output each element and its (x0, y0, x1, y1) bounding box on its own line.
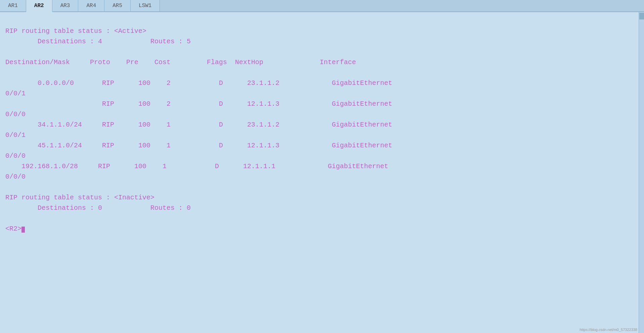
tab-lsw1[interactable]: LSW1 (131, 0, 160, 11)
prompt: <R2> (5, 225, 21, 233)
tab-ar3[interactable]: AR3 (52, 0, 79, 11)
scrollbar-thumb[interactable] (639, 13, 644, 19)
rip-inactive-status: RIP routing table status : <Inactive> (5, 194, 154, 201)
tab-ar4[interactable]: AR4 (78, 0, 104, 11)
route-34-line1: 34.1.1.0/24 RIP 100 1 D 23.1.1.2 Gigabit… (5, 121, 392, 129)
tab-ar5[interactable]: AR5 (104, 0, 131, 11)
destinations-routes-inactive: Destinations : 0 Routes : 0 (5, 204, 191, 212)
route-0-0-0-0-alt-line1: RIP 100 2 D 12.1.1.3 GigabitEthernet (5, 100, 392, 108)
route-34-line2: 0/0/1 (5, 131, 26, 139)
terminal-area: RIP routing table status : <Active> Dest… (0, 12, 644, 237)
route-192-line2: 0/0/0 (5, 173, 26, 181)
tab-bar: AR1 AR2 AR3 AR4 AR5 LSW1 (0, 0, 644, 12)
route-0-0-0-0-alt-line2: 0/0/0 (5, 110, 26, 118)
route-45-line1: 45.1.1.0/24 RIP 100 1 D 12.1.1.3 Gigabit… (5, 142, 392, 149)
tab-ar1[interactable]: AR1 (0, 0, 26, 11)
scrollbar[interactable] (639, 12, 644, 333)
destinations-routes-active: Destinations : 4 Routes : 5 (5, 38, 191, 45)
rip-active-status: RIP routing table status : <Active> (5, 27, 146, 35)
table-header: Destination/Mask Proto Pre Cost Flags Ne… (5, 58, 356, 66)
tab-ar2[interactable]: AR2 (26, 0, 52, 12)
route-0-0-0-0-line1: 0.0.0.0/0 RIP 100 2 D 23.1.1.2 GigabitEt… (5, 79, 392, 87)
cursor (21, 227, 25, 233)
route-0-0-0-0-line2: 0/0/1 (5, 90, 26, 97)
route-45-line2: 0/0/0 (5, 152, 26, 160)
watermark: https://blog.csdn.net/m0_57322338 (580, 328, 637, 332)
route-192-line1: 192.168.1.0/28 RIP 100 1 D 12.1.1.1 Giga… (5, 162, 388, 170)
